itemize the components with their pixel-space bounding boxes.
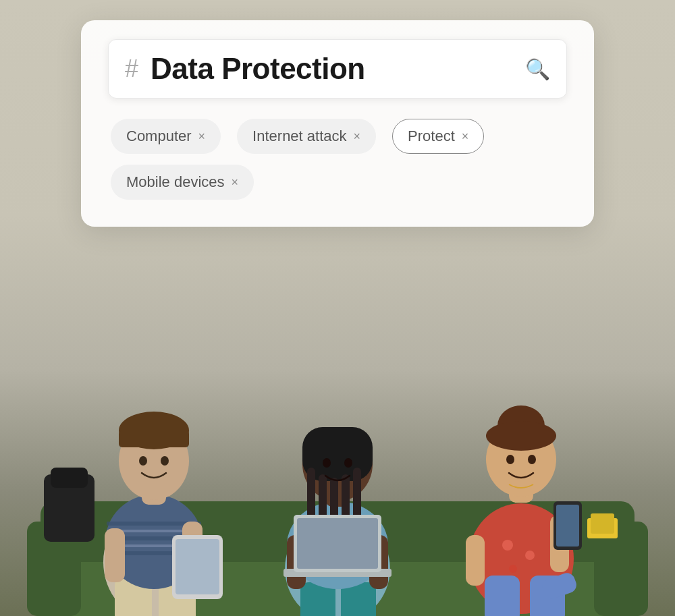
tags-container: Computer × Internet attack × Protect × M… [108, 119, 567, 200]
tag-mobile-devices-label: Mobile devices [126, 173, 225, 191]
tag-computer[interactable]: Computer × [111, 119, 221, 154]
tag-mobile-devices[interactable]: Mobile devices × [111, 165, 254, 200]
svg-rect-60 [466, 535, 485, 586]
svg-point-49 [509, 565, 517, 573]
search-icon[interactable]: 🔍 [525, 57, 550, 81]
tag-protect-close[interactable]: × [462, 130, 469, 142]
svg-rect-5 [51, 468, 88, 488]
scene-illustration [0, 238, 675, 616]
svg-rect-62 [556, 505, 579, 547]
search-title: Data Protection [151, 52, 525, 86]
svg-point-40 [344, 458, 352, 468]
svg-point-58 [528, 455, 536, 464]
tag-computer-close[interactable]: × [198, 130, 206, 142]
search-bar[interactable]: # Data Protection 🔍 [108, 39, 567, 99]
svg-point-48 [525, 551, 535, 560]
svg-rect-50 [485, 576, 520, 616]
hash-icon: # [125, 57, 138, 81]
tag-protect-label: Protect [408, 128, 455, 145]
svg-rect-24 [105, 528, 125, 582]
tag-internet-attack-close[interactable]: × [354, 130, 361, 142]
tag-internet-attack[interactable]: Internet attack × [237, 119, 376, 154]
svg-rect-38 [353, 468, 361, 522]
tag-internet-attack-label: Internet attack [252, 128, 346, 145]
tag-computer-label: Computer [126, 128, 192, 145]
svg-rect-20 [119, 430, 189, 447]
svg-rect-7 [591, 513, 614, 534]
svg-rect-26 [176, 539, 219, 594]
svg-point-56 [486, 421, 556, 451]
tag-mobile-devices-close[interactable]: × [232, 176, 239, 188]
svg-rect-45 [297, 518, 378, 569]
svg-point-39 [323, 458, 331, 468]
svg-point-21 [139, 456, 147, 466]
svg-point-22 [161, 456, 169, 466]
svg-point-57 [506, 455, 514, 464]
svg-point-47 [502, 540, 513, 551]
search-card: # Data Protection 🔍 Computer × Internet … [81, 20, 594, 227]
svg-rect-34 [307, 468, 315, 522]
tag-protect[interactable]: Protect × [392, 119, 484, 154]
